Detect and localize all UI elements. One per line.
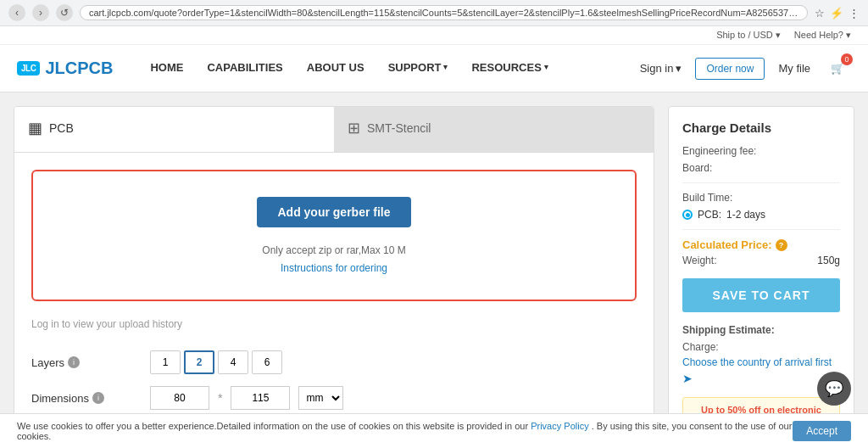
- dimensions-width-input[interactable]: [150, 386, 209, 410]
- chat-icon: 💬: [825, 379, 843, 398]
- smt-tab-label: SMT-Stencil: [367, 121, 431, 135]
- order-now-button[interactable]: Order now: [695, 58, 765, 80]
- charge-details-title: Charge Details: [682, 120, 840, 135]
- tab-pcb[interactable]: ▦ PCB: [14, 107, 334, 152]
- shipping-charge-label: Charge:: [682, 341, 719, 353]
- engineering-fee-row: Engineering fee:: [682, 145, 840, 157]
- refresh-button[interactable]: ↺: [56, 4, 73, 21]
- resources-arrow-icon: ▾: [544, 63, 548, 71]
- engineering-fee-label: Engineering fee:: [682, 145, 756, 157]
- need-help[interactable]: Need Help? ▾: [794, 30, 851, 41]
- dimensions-row: Dimensions i * mm inch: [31, 386, 637, 410]
- dimensions-height-input[interactable]: [231, 386, 290, 410]
- chat-bubble[interactable]: 💬: [817, 372, 851, 406]
- dimensions-unit-select[interactable]: mm inch: [298, 386, 343, 410]
- forward-button[interactable]: ›: [32, 4, 49, 21]
- main-nav: HOME CAPABILITIES ABOUT US SUPPORT ▾ RES…: [138, 45, 559, 92]
- layers-options: 1 2 4 6: [150, 350, 282, 374]
- ship-to[interactable]: Ship to / USD ▾: [716, 30, 781, 41]
- dimensions-separator: *: [218, 391, 222, 405]
- header-right: Sign in ▾ Order now My file 🛒 0: [640, 55, 851, 82]
- pcb-time-radio: [682, 210, 693, 220]
- shipping-estimate-title: Shipping Estimate:: [682, 324, 840, 336]
- upload-history-text: Log in to view your upload history: [31, 318, 637, 330]
- weight-label: Weight:: [682, 255, 716, 266]
- extensions-icon[interactable]: ⚡: [830, 7, 843, 20]
- my-file-link[interactable]: My file: [778, 62, 810, 75]
- weight-value: 150g: [817, 255, 840, 266]
- nav-support[interactable]: SUPPORT ▾: [376, 45, 460, 92]
- divider-1: [682, 182, 840, 183]
- divider-2: [682, 229, 840, 230]
- layers-opt-1[interactable]: 1: [150, 350, 181, 374]
- cart-badge: 0: [841, 53, 853, 65]
- menu-icon[interactable]: ⋮: [849, 7, 860, 20]
- cart-button[interactable]: 🛒 0: [824, 55, 851, 82]
- nav-about-us[interactable]: ABOUT US: [295, 45, 376, 92]
- sign-in-button[interactable]: Sign in ▾: [640, 62, 682, 75]
- main-container: ▦ PCB ⊞ SMT-Stencil Add your gerber file…: [0, 92, 868, 448]
- pcb-tab-icon: ▦: [28, 119, 42, 137]
- smt-tab-icon: ⊞: [348, 119, 360, 137]
- calc-price-info-icon[interactable]: ?: [776, 239, 787, 251]
- calculated-price: Calculated Price: ?: [682, 238, 840, 251]
- layers-opt-2[interactable]: 2: [184, 350, 214, 374]
- upload-section: Add your gerber file Only accept zip or …: [14, 153, 654, 350]
- layers-info-icon[interactable]: i: [68, 356, 80, 368]
- pcb-tab-label: PCB: [49, 121, 74, 135]
- build-time-label: Build Time:: [682, 192, 840, 204]
- bookmark-icon[interactable]: ☆: [815, 7, 825, 20]
- nav-capabilities[interactable]: CAPABILITIES: [195, 45, 294, 92]
- pcb-time-value: 1-2 days: [726, 209, 765, 221]
- save-to-cart-button[interactable]: SAVE TO CART: [682, 278, 840, 312]
- logo-text: JLCPCB: [45, 59, 113, 78]
- instructions-link[interactable]: Instructions for ordering: [281, 262, 387, 274]
- tab-smt-stencil[interactable]: ⊞ SMT-Stencil: [334, 107, 654, 152]
- browser-bar: ‹ › ↺ cart.jlcpcb.com/quote?orderType=1&…: [0, 0, 868, 26]
- shipping-help-icon[interactable]: ➤: [682, 372, 693, 385]
- back-button[interactable]: ‹: [8, 4, 25, 21]
- upload-hint: Only accept zip or rar,Max 10 M: [50, 244, 618, 256]
- browser-icons: ☆ ⚡ ⋮: [815, 7, 860, 20]
- shipping-country-link[interactable]: Choose the country of arrival first: [682, 356, 832, 368]
- top-bar: Ship to / USD ▾ Need Help? ▾: [0, 26, 868, 45]
- dimensions-label: Dimensions i: [31, 392, 142, 405]
- board-row: Board:: [682, 162, 840, 174]
- upload-box: Add your gerber file Only accept zip or …: [31, 170, 637, 301]
- cookie-accept-button[interactable]: Accept: [793, 421, 851, 441]
- product-tabs: ▦ PCB ⊞ SMT-Stencil: [14, 107, 654, 153]
- weight-row: Weight: 150g: [682, 255, 840, 266]
- layers-label: Layers i: [31, 356, 142, 369]
- shipping-charge-row: Charge: Choose the country of arrival fi…: [682, 341, 840, 385]
- url-bar[interactable]: cart.jlcpcb.com/quote?orderType=1&stenci…: [80, 5, 808, 20]
- logo[interactable]: JLC JLCPCB: [17, 59, 113, 78]
- privacy-policy-link[interactable]: Privacy Policy: [531, 421, 588, 431]
- logo-icon: JLC: [17, 61, 40, 76]
- dimensions-info-icon[interactable]: i: [92, 392, 104, 404]
- cookie-message: We use cookies to offer you a better exp…: [17, 421, 793, 441]
- nav-home[interactable]: HOME: [138, 45, 195, 92]
- board-label: Board:: [682, 162, 712, 174]
- layers-opt-4[interactable]: 4: [218, 350, 248, 374]
- layers-opt-6[interactable]: 6: [252, 350, 282, 374]
- header: JLC JLCPCB HOME CAPABILITIES ABOUT US SU…: [0, 45, 868, 92]
- left-panel: ▦ PCB ⊞ SMT-Stencil Add your gerber file…: [14, 106, 654, 448]
- pcb-label: PCB:: [698, 209, 721, 221]
- nav-resources[interactable]: RESOURCES ▾: [459, 45, 559, 92]
- add-gerber-button[interactable]: Add your gerber file: [257, 197, 410, 227]
- cookie-bar: We use cookies to offer you a better exp…: [0, 413, 868, 448]
- pcb-build-time: PCB: 1-2 days: [682, 209, 840, 221]
- support-arrow-icon: ▾: [443, 63, 448, 71]
- layers-row: Layers i 1 2 4 6: [31, 350, 637, 374]
